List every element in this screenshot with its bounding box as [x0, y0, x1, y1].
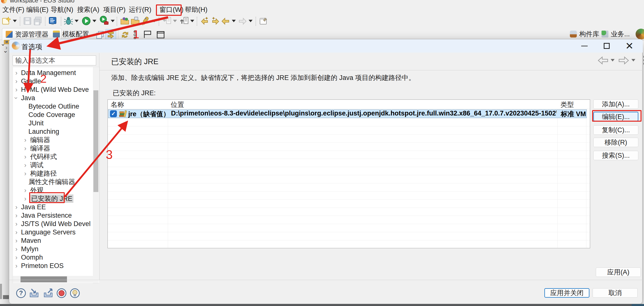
chevron-right-icon[interactable]: › [15, 77, 18, 85]
background-scrollbar-thumb[interactable] [3, 295, 10, 299]
tree-item-html-wild-web-deve[interactable]: ›HTML (Wild Web Deve [13, 85, 94, 94]
jre-checkbox[interactable]: ✓ [110, 110, 117, 117]
menu-search[interactable]: 搜索(A) [76, 5, 100, 14]
run-dropdown[interactable] [92, 20, 96, 22]
jre-table[interactable]: 名称 位置 类型 ✓ jre（缺省值） D:\primeton\eos-8.3-… [108, 99, 590, 248]
debug-icon[interactable] [64, 16, 73, 26]
chevron-right-icon[interactable]: › [24, 161, 26, 169]
scrollbar-thumb[interactable] [20, 276, 67, 282]
tab-component-library[interactable]: 构件库 [566, 28, 603, 40]
chevron-right-icon[interactable]: › [15, 253, 18, 262]
forward-history-icon[interactable] [618, 55, 630, 65]
back-history-icon[interactable] [597, 55, 609, 65]
chevron-right-icon[interactable]: › [15, 262, 18, 270]
tree-vertical-scrollbar[interactable] [93, 67, 99, 283]
chevron-right-icon[interactable]: › [15, 220, 18, 228]
import-icon[interactable] [162, 16, 172, 26]
save-all-icon[interactable] [33, 16, 42, 26]
chevron-right-icon[interactable]: › [15, 211, 18, 220]
forward-dropdown[interactable] [248, 20, 252, 22]
help-icon[interactable]: ? [16, 288, 26, 298]
chevron-right-icon[interactable]: › [15, 203, 18, 211]
minimize-view-icon[interactable] [143, 30, 153, 38]
chevron-right-icon[interactable]: › [15, 69, 18, 77]
open-folder-clipboard-icon[interactable] [130, 16, 140, 26]
tree-item-java-persistence[interactable]: ›Java Persistence [13, 211, 94, 220]
back-icon[interactable] [221, 16, 230, 26]
tree-item-code-coverage[interactable]: Code Coverage [13, 111, 94, 119]
scrollbar-thumb[interactable] [94, 90, 98, 192]
duplicate-button[interactable]: 复制(C)... [593, 125, 638, 135]
save-icon[interactable] [23, 16, 32, 26]
column-header-name[interactable]: 名称 [111, 100, 124, 109]
avatar[interactable] [636, 29, 644, 39]
tree-item-data-management[interactable]: ›Data Management [13, 69, 94, 77]
tree-item-maven[interactable]: ›Maven [13, 236, 94, 245]
debug-dropdown[interactable] [75, 20, 78, 22]
run-config-icon[interactable] [99, 16, 109, 25]
highlighter-icon[interactable] [141, 16, 150, 26]
tree-item-primeton-eos[interactable]: ›Primeton EOS [13, 262, 94, 270]
chevron-right-icon[interactable]: › [15, 245, 18, 253]
menu-help[interactable]: 帮助(H) [184, 5, 208, 14]
import-preferences-icon[interactable] [29, 288, 39, 298]
tree-item--[interactable]: ›构建路径 [13, 169, 94, 178]
tab-template-config[interactable]: 模板配置 [50, 28, 92, 40]
jre-table-row[interactable]: ✓ jre（缺省值） D:\primeton\eos-8.3-dev\ide\e… [108, 109, 587, 118]
export-dropdown[interactable] [190, 20, 194, 22]
chevron-right-icon[interactable]: › [15, 236, 18, 245]
tree-horizontal-scrollbar[interactable] [13, 276, 94, 283]
chevron-down-icon[interactable]: › [12, 97, 20, 99]
apply-and-close-button[interactable]: 应用并关闭 [544, 288, 590, 298]
new-wizard-icon[interactable] [2, 16, 11, 26]
maximize-view-icon[interactable] [156, 30, 165, 39]
dialog-maximize-button[interactable] [599, 39, 614, 53]
highlighter-dropdown[interactable] [152, 20, 156, 22]
tree-item--[interactable]: ›代码样式 [13, 153, 94, 161]
link-with-editor-icon[interactable] [105, 29, 116, 40]
tree-item-mylyn[interactable]: ›Mylyn [13, 245, 94, 253]
menu-project[interactable]: 项目(P) [102, 5, 126, 14]
export-preferences-icon[interactable] [43, 288, 54, 298]
back-history-dropdown[interactable] [611, 59, 614, 61]
search-button[interactable]: 搜索(S)... [593, 151, 638, 160]
pin-editor-icon[interactable] [259, 16, 268, 26]
chevron-right-icon[interactable]: › [24, 144, 26, 153]
forward-icon[interactable] [238, 16, 247, 26]
forward-history-dropdown[interactable] [632, 59, 635, 61]
chevron-right-icon[interactable]: › [24, 169, 26, 178]
record-icon[interactable] [56, 288, 67, 298]
filter-input[interactable] [12, 55, 96, 65]
run-config-dropdown[interactable] [111, 20, 115, 22]
tree-item--[interactable]: ›调试 [13, 161, 94, 169]
menu-navigate[interactable]: 导航(N) [50, 5, 74, 14]
tree-item-oomph[interactable]: ›Oomph [13, 253, 94, 262]
chevron-right-icon[interactable]: › [24, 153, 26, 161]
open-folder-eos-icon[interactable] [120, 16, 130, 26]
chevron-right-icon[interactable]: › [24, 194, 26, 203]
tree-item--[interactable]: ›编译器 [13, 144, 94, 153]
double-view-icon[interactable] [96, 31, 104, 39]
back-dropdown[interactable] [232, 20, 236, 22]
page-menu-kebab-icon[interactable] [643, 55, 644, 66]
lightbulb-icon[interactable] [70, 288, 80, 298]
tree-item-gradle[interactable]: ›Gradle [13, 77, 94, 85]
forward-annotated-icon[interactable] [210, 16, 220, 26]
tree-item-js-ts-wild-web-devel[interactable]: ›JS/TS (Wild Web Devel [13, 220, 94, 228]
add-button[interactable]: 添加(A)... [593, 99, 638, 109]
tree-item-java[interactable]: ›Java [13, 94, 94, 102]
import-dropdown[interactable] [173, 20, 177, 22]
tree-item-launching[interactable]: Launching [13, 127, 94, 136]
chevron-right-icon[interactable]: › [24, 136, 26, 144]
cancel-button[interactable]: 取消 [592, 288, 638, 298]
tree-item-language-servers[interactable]: ›Language Servers [13, 228, 94, 236]
tab-business[interactable]: 业务... [598, 28, 633, 40]
console-icon[interactable] [48, 16, 57, 26]
run-icon[interactable] [82, 16, 91, 26]
remove-button[interactable]: 移除(R) [593, 138, 638, 147]
menu-file[interactable]: 文件(F) [2, 5, 25, 14]
export-icon[interactable] [180, 16, 189, 26]
tree-item-junit[interactable]: JUnit [13, 119, 94, 127]
menu-edit[interactable]: 编辑(E) [25, 5, 50, 14]
chevron-right-icon[interactable]: › [15, 85, 18, 94]
